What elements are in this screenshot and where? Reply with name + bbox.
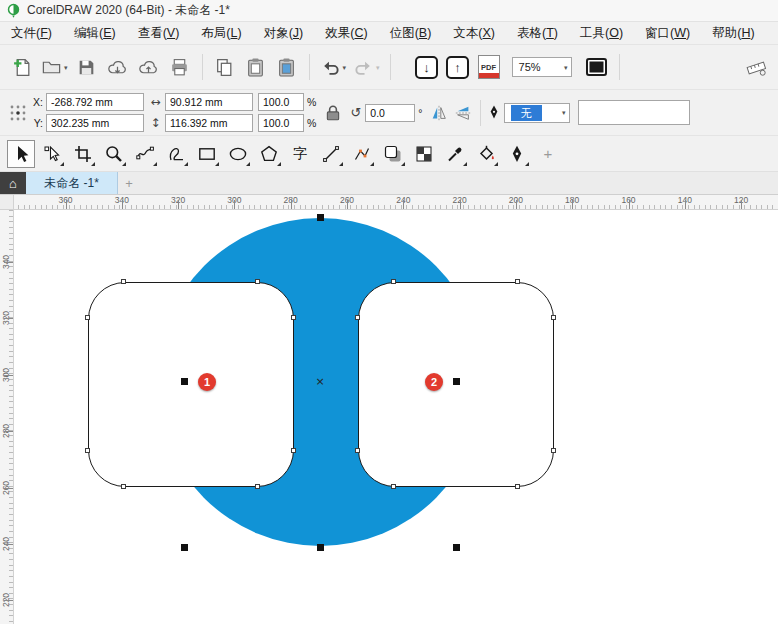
menu-bitmaps[interactable]: 位图(B) <box>379 22 443 44</box>
selection-handle[interactable] <box>453 378 460 385</box>
selection-handle[interactable] <box>453 544 460 551</box>
scale-horizontal-input[interactable] <box>258 93 304 111</box>
horizontal-ruler[interactable]: 360340320300280260240220200180160140120 <box>14 195 778 210</box>
curve-node[interactable] <box>551 448 556 453</box>
menu-text[interactable]: 文本(X) <box>442 22 506 44</box>
curve-node[interactable] <box>355 448 360 453</box>
new-document-button[interactable] <box>8 50 36 84</box>
crop-tool[interactable] <box>69 140 97 168</box>
bezier-tool[interactable] <box>348 140 376 168</box>
rounded-rectangle-1[interactable] <box>88 282 294 487</box>
object-height-input[interactable] <box>165 114 253 132</box>
x-position-label: X: <box>30 96 43 108</box>
curve-node[interactable] <box>515 484 520 489</box>
print-button[interactable] <box>166 50 194 84</box>
text-tool[interactable]: 字 <box>286 140 314 168</box>
menu-tools[interactable]: 工具(O) <box>569 22 634 44</box>
selection-handle[interactable] <box>317 214 324 221</box>
open-button[interactable]: ▾ <box>39 50 70 84</box>
undo-button[interactable]: ▾ <box>318 50 349 84</box>
chevron-down-icon[interactable]: ▾ <box>376 64 380 71</box>
welcome-screen-tab[interactable]: ⌂ <box>0 172 26 194</box>
drawing-canvas[interactable]: × 1 2 <box>14 210 778 624</box>
ellipse-tool[interactable] <box>224 140 252 168</box>
plus-icon: + <box>544 145 553 162</box>
paste-button[interactable] <box>242 50 270 84</box>
curve-node[interactable] <box>291 315 296 320</box>
redo-button[interactable]: ▾ <box>351 50 382 84</box>
copy-button[interactable] <box>211 50 239 84</box>
outline-width-combobox[interactable]: 无▾ <box>504 103 570 123</box>
scale-vertical-input[interactable] <box>258 114 304 132</box>
curve-node[interactable] <box>391 484 396 489</box>
x-position-input[interactable] <box>46 93 144 111</box>
shape-tool[interactable] <box>38 140 66 168</box>
menu-edit[interactable]: 编辑(E) <box>63 22 127 44</box>
import-button[interactable]: ↓ <box>413 50 441 84</box>
curve-node[interactable] <box>121 279 126 284</box>
mirror-vertical-button[interactable] <box>451 100 475 126</box>
freehand-tool[interactable] <box>131 140 159 168</box>
pick-tool[interactable] <box>7 140 35 168</box>
export-button[interactable]: ↑ <box>444 50 472 84</box>
rotation-angle-input[interactable] <box>365 104 415 122</box>
menu-help[interactable]: 帮助(H) <box>701 22 765 44</box>
document-tab-active[interactable]: 未命名 -1* <box>26 172 118 194</box>
drop-shadow-tool[interactable] <box>379 140 407 168</box>
mirror-horizontal-button[interactable] <box>427 100 451 126</box>
object-origin-button[interactable] <box>6 100 30 126</box>
curve-node[interactable] <box>391 279 396 284</box>
selection-handle[interactable] <box>181 544 188 551</box>
two-point-line-tool[interactable] <box>317 140 345 168</box>
transparency-tool[interactable] <box>410 140 438 168</box>
curve-node[interactable] <box>85 315 90 320</box>
fullscreen-preview-button[interactable] <box>583 50 611 84</box>
outline-pen-icon <box>486 104 502 122</box>
curve-node[interactable] <box>255 279 260 284</box>
menu-layout[interactable]: 布局(L) <box>190 22 252 44</box>
y-position-input[interactable] <box>46 114 144 132</box>
curve-node[interactable] <box>85 448 90 453</box>
zoom-tool[interactable] <box>100 140 128 168</box>
show-rulers-button[interactable] <box>742 50 770 84</box>
outline-style-preview[interactable] <box>578 100 690 125</box>
interactive-fill-tool[interactable] <box>472 140 500 168</box>
ruler-origin-corner[interactable] <box>0 195 14 210</box>
save-to-cloud-button[interactable] <box>135 50 163 84</box>
zoom-level-combobox[interactable]: 75%▾ <box>512 57 572 77</box>
polygon-tool[interactable] <box>255 140 283 168</box>
bspline-tool[interactable] <box>162 140 190 168</box>
polygon-tool-icon <box>259 144 279 164</box>
publish-pdf-button[interactable]: PDF <box>475 50 503 84</box>
menu-object[interactable]: 对象(J) <box>253 22 315 44</box>
customize-toolbox-button[interactable]: + <box>534 140 562 168</box>
save-button[interactable] <box>73 50 101 84</box>
curve-node[interactable] <box>291 448 296 453</box>
menu-effects[interactable]: 效果(C) <box>314 22 378 44</box>
lock-ratio-button[interactable] <box>321 100 345 126</box>
save-icon <box>76 57 97 78</box>
chevron-down-icon[interactable]: ▾ <box>343 64 347 71</box>
eyedropper-tool[interactable] <box>441 140 469 168</box>
curve-node[interactable] <box>255 484 260 489</box>
curve-node[interactable] <box>515 279 520 284</box>
rounded-rectangle-2[interactable] <box>358 282 554 487</box>
curve-node[interactable] <box>355 315 360 320</box>
chevron-down-icon[interactable]: ▾ <box>64 64 68 71</box>
new-document-tab-button[interactable]: + <box>118 172 140 194</box>
paste-special-button[interactable] <box>273 50 301 84</box>
menu-window[interactable]: 窗口(W) <box>634 22 701 44</box>
open-from-cloud-button[interactable] <box>104 50 132 84</box>
outline-pen-tool[interactable] <box>503 140 531 168</box>
object-width-input[interactable] <box>165 93 253 111</box>
menu-file[interactable]: 文件(F) <box>0 22 63 44</box>
selection-handle[interactable] <box>181 378 188 385</box>
rectangle-tool[interactable] <box>193 140 221 168</box>
selection-handle[interactable] <box>317 544 324 551</box>
vertical-ruler[interactable]: 340320300280260240220 <box>0 210 14 624</box>
menu-table[interactable]: 表格(T) <box>506 22 569 44</box>
curve-node[interactable] <box>121 484 126 489</box>
menu-view[interactable]: 查看(V) <box>127 22 191 44</box>
h-ruler-tick <box>291 200 292 209</box>
curve-node[interactable] <box>551 315 556 320</box>
